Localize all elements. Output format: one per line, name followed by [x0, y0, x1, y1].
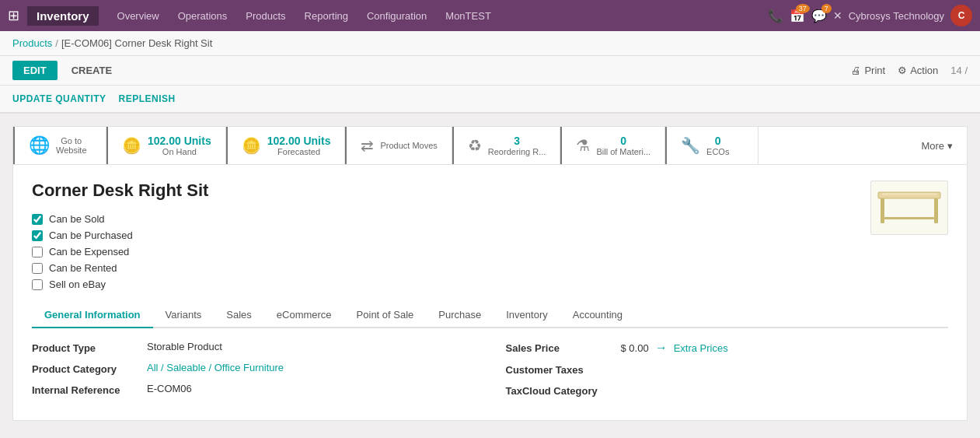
form-card: Corner Desk Right Sit Can be Sold Can be… [12, 164, 968, 421]
edit-button[interactable]: EDIT [12, 61, 58, 80]
tabs-bar: General Information Variants Sales eComm… [32, 303, 948, 328]
taxcloud-category-label: TaxCloud Category [506, 384, 615, 397]
sell-on-ebay-label: Sell on eBay [49, 279, 106, 290]
nav-configuration[interactable]: Configuration [359, 7, 434, 25]
action-button[interactable]: ⚙ Action [898, 65, 938, 76]
customer-taxes-field: Customer Taxes [506, 363, 949, 376]
can-be-purchased-checkbox[interactable]: Can be Purchased [32, 230, 855, 241]
can-be-expensed-label: Can be Expensed [49, 246, 129, 258]
globe-icon: 🌐 [29, 135, 50, 156]
create-button[interactable]: CREATE [64, 61, 120, 80]
forecasted-number: 102.00 Units [267, 135, 331, 147]
replenish-button[interactable]: REPLENISH [119, 90, 176, 107]
tab-ecommerce[interactable]: eCommerce [264, 303, 344, 328]
can-be-purchased-label: Can be Purchased [49, 230, 133, 241]
extra-prices-link[interactable]: Extra Prices [674, 342, 728, 354]
tab-general-information[interactable]: General Information [32, 303, 153, 328]
pager: 14 / [950, 65, 968, 76]
general-info-fields: Product Type Storable Product Product Ca… [32, 341, 948, 405]
svg-rect-2 [934, 198, 938, 223]
on-hand-button[interactable]: 🪙 102.00 Units On Hand [106, 127, 226, 164]
main-content: 🌐 Go toWebsite 🪙 102.00 Units On Hand 🪙 … [0, 114, 980, 433]
go-to-website-button[interactable]: 🌐 Go toWebsite [13, 127, 106, 164]
app-grid-icon[interactable]: ⊞ [8, 7, 19, 24]
right-fields: Sales Price $ 0.00 → Extra Prices Custom… [506, 341, 949, 405]
left-fields: Product Type Storable Product Product Ca… [32, 341, 475, 405]
can-be-rented-checkbox[interactable]: Can be Rented [32, 262, 948, 274]
calendar-badge: 37 [796, 4, 810, 13]
internal-reference-label: Internal Reference [32, 383, 141, 396]
svg-rect-1 [881, 198, 884, 223]
top-navigation: ⊞ Inventory Overview Operations Products… [0, 0, 980, 31]
chat-icon[interactable]: 💬7 [811, 9, 827, 23]
taxcloud-category-field: TaxCloud Category [506, 384, 949, 397]
can-be-sold-checkbox[interactable]: Can be Sold [32, 213, 855, 225]
smart-buttons-bar: 🌐 Go toWebsite 🪙 102.00 Units On Hand 🪙 … [12, 126, 968, 164]
product-category-label: Product Category [32, 362, 141, 375]
can-be-expensed-checkbox[interactable]: Can be Expensed [32, 246, 948, 258]
breadcrumb-separator: / [55, 37, 58, 49]
bom-button[interactable]: ⚗ 0 Bill of Materi... [560, 127, 665, 164]
product-type-label: Product Type [32, 341, 141, 354]
app-name[interactable]: Inventory [27, 6, 99, 26]
nav-montest[interactable]: MonTEST [438, 7, 499, 25]
nav-reporting[interactable]: Reporting [297, 7, 356, 25]
forecasted-icon: 🪙 [242, 136, 261, 155]
more-button[interactable]: More ▾ [907, 127, 967, 164]
bom-icon: ⚗ [576, 136, 590, 155]
nav-operations[interactable]: Operations [170, 7, 235, 25]
product-image [870, 180, 948, 235]
tab-variants[interactable]: Variants [153, 303, 214, 328]
action-bar: UPDATE QUANTITY REPLENISH [0, 86, 980, 114]
customer-taxes-label: Customer Taxes [506, 363, 615, 376]
tab-point-of-sale[interactable]: Point of Sale [344, 303, 427, 328]
more-label: More [921, 140, 944, 152]
reordering-button[interactable]: ♻ 3 Reordering R... [452, 127, 561, 164]
sales-price-field: Sales Price $ 0.00 → Extra Prices [506, 341, 949, 355]
print-icon: 🖨 [851, 65, 861, 76]
internal-reference-value: E-COM06 [147, 383, 192, 394]
bom-label: Bill of Materi... [596, 147, 650, 156]
nav-overview[interactable]: Overview [110, 7, 167, 25]
tab-accounting[interactable]: Accounting [560, 303, 635, 328]
product-moves-button[interactable]: ⇄ Product Moves [345, 127, 452, 164]
ecos-label: ECOs [706, 147, 729, 156]
ecos-button[interactable]: 🔧 0 ECOs [665, 127, 759, 164]
internal-reference-field: Internal Reference E-COM06 [32, 383, 475, 396]
sales-price-label: Sales Price [506, 341, 615, 354]
nav-products[interactable]: Products [238, 7, 293, 25]
chat-badge: 7 [821, 4, 832, 13]
sell-on-ebay-checkbox[interactable]: Sell on eBay [32, 279, 948, 290]
ecos-number: 0 [706, 135, 729, 147]
sales-price-value: $ 0.00 [621, 342, 649, 354]
bom-number: 0 [596, 135, 650, 147]
tab-inventory[interactable]: Inventory [493, 303, 560, 328]
toolbar: EDIT CREATE 🖨 Print ⚙ Action 14 / [0, 56, 980, 86]
product-moves-label: Product Moves [380, 141, 437, 150]
svg-rect-3 [884, 217, 934, 219]
settings-icon[interactable]: ✕ [833, 9, 842, 22]
company-name[interactable]: Cybrosys Technology [849, 10, 944, 22]
update-quantity-button[interactable]: UPDATE QUANTITY [12, 90, 106, 107]
breadcrumb: Products / [E-COM06] Corner Desk Right S… [0, 31, 980, 56]
tab-purchase[interactable]: Purchase [426, 303, 493, 328]
avatar[interactable]: C [950, 5, 972, 26]
print-button[interactable]: 🖨 Print [851, 65, 885, 76]
svg-rect-4 [882, 193, 936, 195]
product-moves-icon: ⇄ [361, 136, 374, 155]
calendar-icon[interactable]: 📅37 [790, 9, 805, 23]
go-to-website-label: Go toWebsite [56, 136, 87, 155]
forecasted-button[interactable]: 🪙 102.00 Units Forecasted [226, 127, 346, 164]
breadcrumb-parent[interactable]: Products [12, 37, 52, 49]
phone-icon[interactable]: 📞 [768, 9, 783, 23]
can-be-rented-label: Can be Rented [49, 262, 117, 274]
product-type-field: Product Type Storable Product [32, 341, 475, 354]
ecos-icon: 🔧 [681, 136, 700, 155]
product-category-value[interactable]: All / Saleable / Office Furniture [147, 362, 284, 373]
product-category-field: Product Category All / Saleable / Office… [32, 362, 475, 375]
units-on-hand-icon: 🪙 [122, 136, 141, 155]
arrow-icon: → [655, 341, 668, 355]
reordering-icon: ♻ [468, 136, 482, 155]
tab-sales[interactable]: Sales [214, 303, 264, 328]
product-checkboxes: Can be Sold Can be Purchased Can be Expe… [32, 213, 948, 290]
